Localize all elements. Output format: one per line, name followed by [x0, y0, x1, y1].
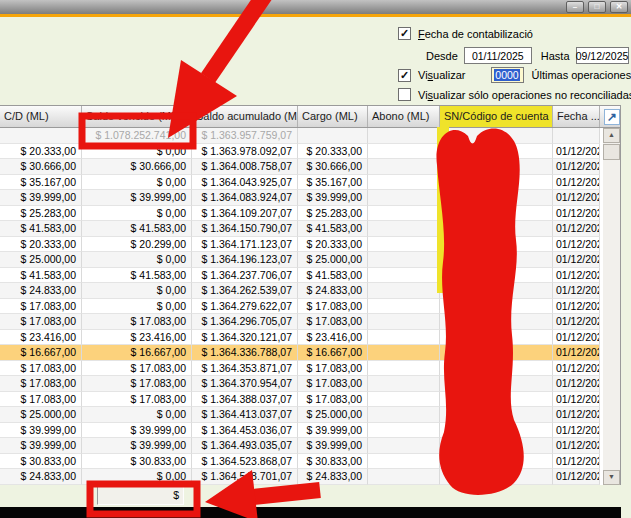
grid-cell[interactable]: $ 41.583,00: [298, 221, 368, 237]
grid-cell[interactable]: 01/12/202: [553, 345, 600, 361]
grid-cell[interactable]: [440, 268, 553, 284]
grid-cell[interactable]: $ 39.999,00: [298, 190, 368, 206]
grid-cell[interactable]: $ 0,00: [82, 407, 192, 423]
grid-cell[interactable]: $ 39.999,00: [0, 438, 82, 454]
maximize-button[interactable]: □: [588, 1, 606, 13]
scroll-down-button[interactable]: ▼: [603, 470, 620, 485]
grid-cell[interactable]: $ 39.999,00: [82, 423, 192, 439]
close-button[interactable]: ✕: [610, 1, 628, 13]
grid-cell[interactable]: $ 24.833,00: [298, 469, 368, 485]
grid-cell[interactable]: $ 1.364.171.123,07: [192, 237, 298, 253]
grid-row[interactable]: $ 17.083,00$ 17.083,00$ 1.364.388.037,07…: [0, 392, 600, 408]
grid-cell[interactable]: $ 1.364.109.207,07: [192, 206, 298, 222]
grid-row[interactable]: $ 20.333,00$ 0,00$ 1.363.978.092,07$ 20.…: [0, 144, 600, 160]
grid-cell[interactable]: $ 17.083,00: [0, 314, 82, 330]
grid-cell[interactable]: $ 17.083,00: [298, 314, 368, 330]
grid-cell[interactable]: 01/12/202: [553, 299, 600, 315]
grid-cell[interactable]: $ 1.364.493.035,07: [192, 438, 298, 454]
grid-cell[interactable]: $ 30.666,00: [0, 159, 82, 175]
grid-row[interactable]: $ 25.000,00$ 0,00$ 1.364.413.037,07$ 25.…: [0, 407, 600, 423]
grid-cell[interactable]: $ 25.000,00: [298, 407, 368, 423]
grid-cell[interactable]: $ 1.364.548.701,07: [192, 469, 298, 485]
expand-grid-icon[interactable]: ↗: [604, 109, 620, 125]
grid-cell[interactable]: [368, 361, 440, 377]
grid-cell[interactable]: $ 25.283,00: [298, 206, 368, 222]
hasta-date-field[interactable]: 09/12/2025: [576, 47, 629, 64]
grid-cell[interactable]: 01/12/202: [553, 330, 600, 346]
grid-cell[interactable]: $ 35.167,00: [298, 175, 368, 191]
grid-cell[interactable]: $ 1.364.008.758,07: [192, 159, 298, 175]
grid-cell[interactable]: $ 20.333,00: [298, 144, 368, 160]
grid-cell[interactable]: $ 20.333,00: [0, 144, 82, 160]
grid-cell[interactable]: [440, 330, 553, 346]
grid-cell[interactable]: $ 39.999,00: [298, 423, 368, 439]
grid-cell[interactable]: $ 17.083,00: [0, 376, 82, 392]
grid-row[interactable]: $ 16.667,00$ 16.667,00$ 1.364.336.788,07…: [0, 345, 600, 361]
grid-cell[interactable]: 01/12/202: [553, 392, 600, 408]
grid-cell[interactable]: [368, 175, 440, 191]
scroll-thumb[interactable]: [603, 144, 620, 160]
grid-cell[interactable]: $ 16.667,00: [298, 345, 368, 361]
grid-cell[interactable]: $ 0,00: [82, 299, 192, 315]
minimize-button[interactable]: –: [566, 1, 584, 13]
grid-cell[interactable]: [368, 221, 440, 237]
column-header-cargo[interactable]: Cargo (ML): [298, 106, 368, 127]
grid-cell[interactable]: 01/12/202: [553, 423, 600, 439]
grid-cell[interactable]: [368, 407, 440, 423]
grid-row[interactable]: $ 25.283,00$ 0,00$ 1.364.109.207,07$ 25.…: [0, 206, 600, 222]
grid-row[interactable]: $ 17.083,00$ 17.083,00$ 1.364.370.954,07…: [0, 376, 600, 392]
grid-cell[interactable]: $ 39.999,00: [82, 190, 192, 206]
grid-cell[interactable]: $ 17.083,00: [298, 299, 368, 315]
grid-cell[interactable]: $ 17.083,00: [298, 361, 368, 377]
grid-cell[interactable]: [368, 144, 440, 160]
grid-cell[interactable]: $ 41.583,00: [0, 268, 82, 284]
grid-cell[interactable]: 01/12/202: [553, 159, 600, 175]
grid-cell[interactable]: [440, 299, 553, 315]
grid-row[interactable]: $ 17.083,00$ 17.083,00$ 1.364.353.871,07…: [0, 361, 600, 377]
grid-cell[interactable]: [368, 252, 440, 268]
grid-cell[interactable]: 01/12/202: [553, 237, 600, 253]
fecha-contabilizacion-checkbox[interactable]: ✓: [398, 27, 411, 40]
grid-cell[interactable]: [440, 423, 553, 439]
column-header-fecha[interactable]: Fecha ...: [553, 106, 600, 127]
grid-cell[interactable]: [368, 345, 440, 361]
grid-cell[interactable]: [440, 159, 553, 175]
grid-cell[interactable]: $ 0,00: [82, 206, 192, 222]
grid-cell[interactable]: [368, 283, 440, 299]
grid-cell[interactable]: $ 20.333,00: [298, 237, 368, 253]
grid-cell[interactable]: 01/12/202: [553, 283, 600, 299]
grid-cell[interactable]: [368, 314, 440, 330]
grid-cell[interactable]: [368, 376, 440, 392]
grid-cell[interactable]: 01/12/202: [553, 252, 600, 268]
grid-cell[interactable]: $ 17.083,00: [82, 392, 192, 408]
grid-cell[interactable]: $ 17.083,00: [82, 314, 192, 330]
grid-cell[interactable]: $ 1.364.262.539,07: [192, 283, 298, 299]
grid-cell[interactable]: [298, 128, 368, 144]
grid-row[interactable]: $ 41.583,00$ 41.583,00$ 1.364.150.790,07…: [0, 221, 600, 237]
vertical-scrollbar[interactable]: ▲ ▼: [602, 128, 620, 485]
grid-row[interactable]: $ 41.583,00$ 41.583,00$ 1.364.237.706,07…: [0, 268, 600, 284]
grid-cell[interactable]: $ 23.416,00: [82, 330, 192, 346]
grid-cell[interactable]: 01/12/202: [553, 454, 600, 470]
grid-row[interactable]: $ 39.999,00$ 39.999,00$ 1.364.493.035,07…: [0, 438, 600, 454]
grid-row[interactable]: $ 30.666,00$ 30.666,00$ 1.364.008.758,07…: [0, 159, 600, 175]
grid-cell[interactable]: $ 1.364.523.868,07: [192, 454, 298, 470]
grid-row[interactable]: $ 39.999,00$ 39.999,00$ 1.364.453.036,07…: [0, 423, 600, 439]
column-header-saldo-vencido[interactable]: Saldo vencido (ML): [82, 106, 192, 127]
grid-cell[interactable]: $ 17.083,00: [0, 299, 82, 315]
grid-cell[interactable]: $ 25.000,00: [298, 252, 368, 268]
grid-cell[interactable]: [440, 144, 553, 160]
grid-cell[interactable]: $ 1.364.388.037,07: [192, 392, 298, 408]
grid-cell[interactable]: $ 35.167,00: [0, 175, 82, 191]
grid-cell[interactable]: [368, 454, 440, 470]
grid-cell[interactable]: $ 39.999,00: [0, 423, 82, 439]
grid-cell[interactable]: [368, 330, 440, 346]
grid-cell[interactable]: $ 39.999,00: [82, 438, 192, 454]
grid-cell[interactable]: $ 17.083,00: [82, 376, 192, 392]
grid-cell[interactable]: [440, 376, 553, 392]
grid-cell[interactable]: [440, 314, 553, 330]
grid-cell[interactable]: [440, 206, 553, 222]
grid-cell[interactable]: $ 17.083,00: [298, 376, 368, 392]
grid-row[interactable]: $ 39.999,00$ 39.999,00$ 1.364.083.924,07…: [0, 190, 600, 206]
grid-cell[interactable]: $ 1.363.978.092,07: [192, 144, 298, 160]
